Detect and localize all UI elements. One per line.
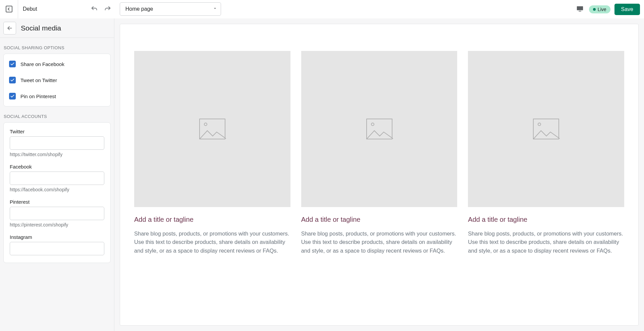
redo-button[interactable]	[103, 4, 112, 14]
field-label: Instagram	[10, 234, 104, 240]
column: Add a title or tagline Share blog posts,…	[468, 51, 624, 255]
page-select[interactable]: Home page	[120, 2, 221, 16]
section-label-sharing: Social sharing options	[0, 38, 114, 54]
column-body: Share blog posts, products, or promotion…	[301, 229, 458, 255]
field-pinterest: Pinterest https://pinterest.com/shopify	[10, 199, 104, 227]
exit-icon	[5, 5, 13, 13]
image-placeholder-icon	[533, 119, 559, 139]
instagram-input[interactable]	[10, 242, 104, 255]
svg-rect-1	[577, 6, 583, 10]
field-instagram: Instagram	[10, 234, 104, 255]
image-placeholder	[134, 51, 290, 207]
field-twitter: Twitter https://twitter.com/shopify	[10, 129, 104, 157]
checkbox-icon	[9, 93, 16, 100]
desktop-icon	[576, 5, 584, 12]
checkbox-icon	[9, 61, 16, 67]
checkbox-pin-pinterest[interactable]: Pin on Pinterest	[4, 88, 110, 104]
image-placeholder-icon	[199, 119, 225, 139]
field-hint: https://facebook.com/shopify	[10, 187, 104, 192]
field-label: Pinterest	[10, 199, 104, 205]
exit-editor-button[interactable]	[0, 0, 18, 18]
live-badge: Live	[589, 5, 610, 13]
pinterest-input[interactable]	[10, 207, 104, 220]
column-title: Add a title or tagline	[134, 216, 290, 223]
preview-frame[interactable]: Add a title or tagline Share blog posts,…	[120, 24, 639, 326]
back-button[interactable]	[3, 22, 16, 35]
topbar-center-controls: Home page	[90, 2, 221, 16]
undo-icon	[91, 5, 98, 13]
redo-icon	[104, 5, 111, 13]
field-label: Facebook	[10, 164, 104, 170]
checkbox-label: Pin on Pinterest	[20, 93, 56, 99]
page-select-value: Home page	[125, 6, 153, 12]
sidebar-title: Social media	[21, 24, 61, 32]
column-title: Add a title or tagline	[301, 216, 458, 223]
arrow-left-icon	[6, 25, 13, 31]
twitter-input[interactable]	[10, 136, 104, 150]
desktop-view-button[interactable]	[576, 5, 584, 13]
field-hint: https://twitter.com/shopify	[10, 152, 104, 157]
section-label-accounts: Social accounts	[0, 107, 114, 122]
sidebar-header: Social media	[0, 18, 114, 38]
topbar: Debut Home page Live	[0, 0, 644, 18]
column: Add a title or tagline Share blog posts,…	[134, 51, 290, 255]
undo-button[interactable]	[90, 4, 99, 14]
column-title: Add a title or tagline	[468, 216, 624, 223]
social-accounts-card: Twitter https://twitter.com/shopify Face…	[3, 122, 111, 263]
image-placeholder	[468, 51, 624, 207]
theme-name: Debut	[18, 6, 42, 12]
image-placeholder	[301, 51, 458, 207]
field-facebook: Facebook https://facebook.com/shopify	[10, 164, 104, 192]
topbar-right: Live Save	[576, 0, 640, 18]
settings-sidebar: Social media Social sharing options Shar…	[0, 18, 114, 331]
image-placeholder-icon	[366, 119, 392, 139]
facebook-input[interactable]	[10, 172, 104, 185]
preview-area: Add a title or tagline Share blog posts,…	[114, 18, 644, 331]
body: Social media Social sharing options Shar…	[0, 18, 644, 331]
columns-grid: Add a title or tagline Share blog posts,…	[134, 51, 624, 255]
field-hint: https://pinterest.com/shopify	[10, 222, 104, 227]
checkbox-label: Tweet on Twitter	[20, 77, 57, 83]
live-label: Live	[598, 7, 606, 12]
live-dot-icon	[593, 8, 596, 11]
save-button[interactable]: Save	[614, 4, 640, 15]
chevron-down-icon	[213, 6, 217, 12]
svg-rect-0	[6, 6, 12, 12]
checkbox-tweet-twitter[interactable]: Tweet on Twitter	[4, 72, 110, 88]
svg-rect-2	[579, 11, 581, 11]
column-body: Share blog posts, products, or promotion…	[468, 229, 624, 255]
checkbox-label: Share on Facebook	[20, 61, 64, 67]
column-body: Share blog posts, products, or promotion…	[134, 229, 290, 255]
sharing-options-card: Share on Facebook Tweet on Twitter Pin o…	[3, 54, 111, 107]
column: Add a title or tagline Share blog posts,…	[301, 51, 458, 255]
checkbox-share-facebook[interactable]: Share on Facebook	[4, 56, 110, 72]
field-label: Twitter	[10, 129, 104, 134]
checkbox-icon	[9, 77, 16, 83]
